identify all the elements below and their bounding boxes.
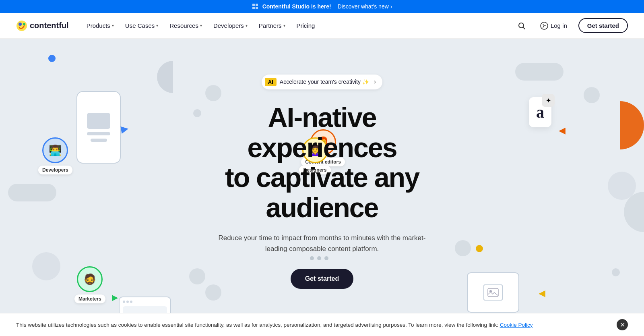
get-started-nav-button[interactable]: Get started — [578, 18, 628, 33]
chevron-icon: ▾ — [200, 23, 202, 28]
nav-item-use-cases[interactable]: Use Cases ▾ — [120, 19, 163, 32]
ai-badge-label: AI — [265, 78, 277, 86]
svg-point-6 — [23, 23, 25, 25]
svg-point-5 — [19, 23, 22, 26]
deco-circle-6 — [608, 172, 636, 200]
ai-sparkle-badge: ✦ — [542, 94, 555, 107]
deco-circle-7 — [584, 87, 600, 103]
svg-point-4 — [17, 21, 27, 31]
hero-section: ▲ ▶ 👨‍💻 Developers 🧔 Marketers ▶ ▶ a ✦ ◀ — [0, 39, 644, 325]
deco-orange-half — [620, 101, 644, 149]
cookie-close-button[interactable]: ✕ — [617, 319, 628, 325]
svg-rect-0 — [252, 4, 255, 6]
deco-circle-8 — [612, 268, 620, 276]
ai-badge[interactable]: AI Accelerate your team's creativity ✨ › — [262, 75, 382, 89]
nav-item-partners[interactable]: Partners ▾ — [254, 19, 290, 32]
logo-text: contentful — [30, 21, 69, 30]
nav-right: Log in Get started — [514, 18, 628, 33]
hero-subtitle: Reduce your time to impact from months t… — [217, 232, 427, 254]
nav-item-resources[interactable]: Resources ▾ — [165, 19, 207, 32]
nav-links: Products ▾ Use Cases ▾ Resources ▾ Devel… — [82, 19, 514, 32]
banner-icon — [252, 3, 258, 10]
cookie-policy-link[interactable]: Cookie Policy — [500, 322, 533, 325]
hero-content: AI Accelerate your team's creativity ✨ ›… — [185, 58, 459, 305]
ai-badge-arrow: › — [374, 78, 376, 85]
login-icon — [540, 22, 548, 30]
phone-block — [87, 113, 110, 129]
nav-item-pricing[interactable]: Pricing — [292, 19, 320, 32]
nav-item-products[interactable]: Products ▾ — [82, 19, 119, 32]
hero-cta-button[interactable]: Get started — [291, 269, 353, 289]
close-icon: ✕ — [620, 321, 625, 325]
cookie-banner: This website utilizes technologies such … — [0, 313, 644, 325]
banner-bold-text: Contentful Studio is here! — [262, 3, 331, 10]
deco-blue-dot — [48, 55, 56, 62]
svg-rect-1 — [256, 4, 258, 6]
deco-gray-semicircle-top — [157, 61, 189, 93]
chevron-icon: ▾ — [283, 23, 285, 28]
svg-line-8 — [523, 27, 525, 29]
top-banner: Contentful Studio is here! Discover what… — [0, 0, 644, 13]
cookie-text: This website utilizes technologies such … — [16, 322, 609, 325]
banner-link[interactable]: Discover what's new › — [338, 3, 392, 10]
navbar: contentful Products ▾ Use Cases ▾ Resour… — [0, 13, 644, 39]
chevron-icon: ▾ — [246, 23, 248, 28]
svg-rect-3 — [256, 7, 258, 9]
logo[interactable]: contentful — [16, 20, 69, 31]
ai-badge-text: Accelerate your team's creativity ✨ — [280, 79, 369, 85]
font-card: a ✦ — [529, 97, 551, 127]
chevron-icon: ▾ — [112, 23, 114, 28]
chevron-icon: ▾ — [156, 23, 158, 28]
nav-item-developers[interactable]: Developers ▾ — [208, 19, 252, 32]
svg-rect-2 — [252, 7, 255, 9]
deco-pill-top-right — [515, 63, 564, 81]
hero-title: AI-native experiences to captivate any a… — [193, 102, 451, 223]
search-button[interactable] — [514, 19, 529, 33]
login-button[interactable]: Log in — [535, 19, 572, 33]
